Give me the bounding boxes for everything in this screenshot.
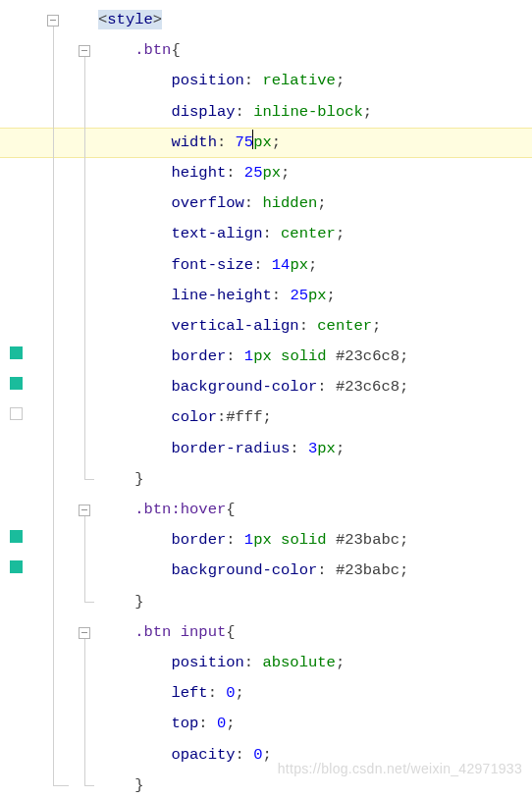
code-line[interactable]: display: inline-block; <box>96 97 532 128</box>
gutter-line <box>0 551 96 581</box>
fold-end-icon <box>84 587 94 603</box>
fold-end-icon <box>84 771 94 786</box>
code-line[interactable]: .btn{ <box>96 35 532 66</box>
code-line[interactable]: } <box>96 587 532 617</box>
editor-gutter <box>0 0 96 798</box>
text-caret <box>252 130 253 149</box>
code-area[interactable]: <style> .btn{ position: relative; displa… <box>96 5 532 798</box>
fold-guide-line <box>53 25 54 780</box>
code-line[interactable]: <style> <box>96 5 532 35</box>
code-line[interactable]: position: relative; <box>96 66 532 96</box>
code-line[interactable]: overflow: hidden; <box>96 188 532 219</box>
code-line[interactable]: top: 0; <box>96 709 532 739</box>
gutter-line <box>0 582 96 612</box>
gutter-line <box>0 245 96 276</box>
code-line[interactable]: .btn input{ <box>96 617 532 648</box>
gutter-line <box>0 398 96 428</box>
gutter-mark-icon[interactable] <box>10 377 23 390</box>
fold-guide-line <box>84 637 85 780</box>
gutter-line <box>0 306 96 337</box>
code-line[interactable]: text-align: center; <box>96 219 532 249</box>
gutter-line <box>0 429 96 459</box>
fold-guide-line <box>84 55 85 474</box>
code-line[interactable]: vertical-align: center; <box>96 311 532 342</box>
fold-toggle-icon[interactable] <box>79 45 90 57</box>
fold-guide-line <box>84 514 85 597</box>
code-line[interactable]: background-color: #23babc; <box>96 556 532 586</box>
gutter-line <box>0 520 96 551</box>
fold-end-icon <box>53 771 69 786</box>
code-line[interactable]: .btn:hover{ <box>96 495 532 525</box>
code-line[interactable]: font-size: 14px; <box>96 250 532 281</box>
gutter-mark-icon[interactable] <box>10 560 23 573</box>
gutter-line <box>0 92 96 123</box>
gutter-line <box>0 214 96 244</box>
gutter-line <box>0 643 96 673</box>
fold-end-icon <box>84 464 94 480</box>
code-line[interactable]: color:#fff; <box>96 402 532 433</box>
gutter-mark-hollow-icon[interactable] <box>10 407 23 420</box>
code-line[interactable]: position: absolute; <box>96 648 532 678</box>
code-line[interactable]: border: 1px solid #23c6c8; <box>96 342 532 372</box>
gutter-line <box>0 766 96 796</box>
code-line[interactable]: } <box>96 464 532 495</box>
code-line[interactable]: line-height: 25px; <box>96 281 532 311</box>
gutter-line <box>0 704 96 734</box>
gutter-mark-icon[interactable] <box>10 346 23 359</box>
code-editor[interactable]: <style> .btn{ position: relative; displa… <box>0 0 532 798</box>
fold-toggle-icon[interactable] <box>79 505 90 516</box>
code-line[interactable]: background-color: #23c6c8; <box>96 372 532 402</box>
code-line[interactable]: height: 25px; <box>96 158 532 188</box>
code-line[interactable]: left: 0; <box>96 678 532 709</box>
gutter-mark-icon[interactable] <box>10 530 23 543</box>
fold-toggle-icon[interactable] <box>47 15 59 27</box>
watermark-text: https://blog.csdn.net/weixin_42971933 <box>278 754 522 784</box>
code-line[interactable]: border: 1px solid #23babc; <box>96 525 532 556</box>
code-line[interactable]: border-radius: 3px; <box>96 434 532 464</box>
gutter-line <box>0 673 96 704</box>
gutter-line <box>0 123 96 153</box>
gutter-line <box>0 276 96 306</box>
gutter-line <box>0 735 96 766</box>
gutter-line <box>0 61 96 91</box>
gutter-line <box>0 153 96 184</box>
gutter-line <box>0 184 96 214</box>
gutter-line <box>0 459 96 490</box>
gutter-line <box>0 367 96 398</box>
gutter-line <box>0 337 96 367</box>
fold-toggle-icon[interactable] <box>79 627 90 639</box>
